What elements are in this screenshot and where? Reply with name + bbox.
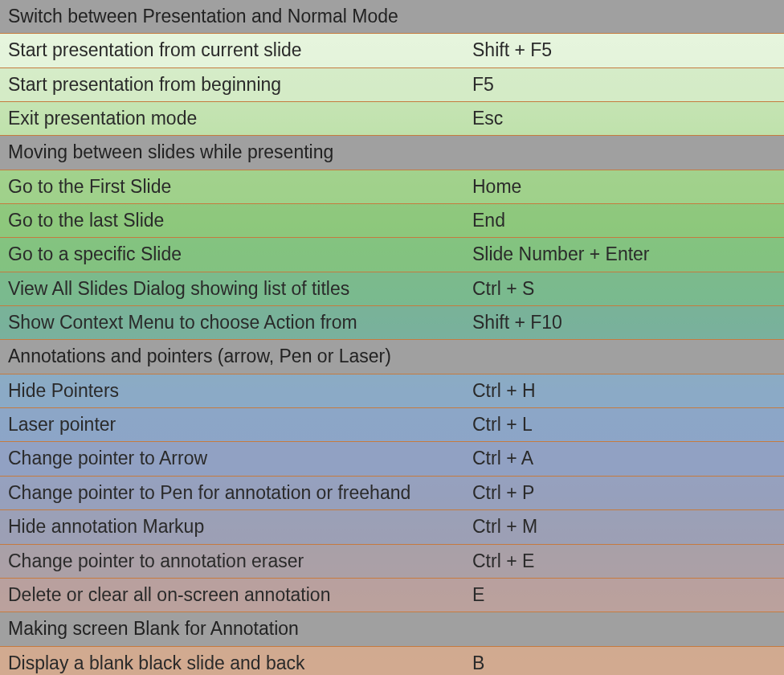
shortcut-key: F5 bbox=[466, 68, 784, 101]
shortcut-desc: Start presentation from beginning bbox=[0, 68, 466, 101]
shortcut-desc: View All Slides Dialog showing list of t… bbox=[0, 272, 466, 305]
shortcut-desc: Go to the First Slide bbox=[0, 170, 466, 203]
shortcut-key: Shift + F5 bbox=[466, 34, 784, 67]
table-row: Hide annotation Markup Ctrl + M bbox=[0, 510, 784, 544]
shortcut-table: Switch between Presentation and Normal M… bbox=[0, 0, 784, 675]
section-title: Switch between Presentation and Normal M… bbox=[0, 0, 466, 33]
shortcut-key: Ctrl + M bbox=[466, 510, 784, 543]
section-title-key bbox=[466, 340, 784, 373]
table-row: Go to the First Slide Home bbox=[0, 170, 784, 204]
section-title-key bbox=[466, 0, 784, 33]
shortcut-desc: Go to a specific Slide bbox=[0, 238, 466, 271]
shortcut-key: Esc bbox=[466, 102, 784, 135]
shortcut-key: Ctrl + S bbox=[466, 272, 784, 305]
table-row: Exit presentation mode Esc bbox=[0, 102, 784, 136]
table-row: Go to the last Slide End bbox=[0, 204, 784, 238]
shortcut-key: E bbox=[466, 579, 784, 612]
shortcut-key: Ctrl + L bbox=[466, 408, 784, 441]
section-header: Switch between Presentation and Normal M… bbox=[0, 0, 784, 34]
section-header: Annotations and pointers (arrow, Pen or … bbox=[0, 340, 784, 374]
shortcut-desc: Show Context Menu to choose Action from bbox=[0, 306, 466, 339]
shortcut-desc: Change pointer to Pen for annotation or … bbox=[0, 477, 466, 509]
table-row: Hide Pointers Ctrl + H bbox=[0, 374, 784, 408]
shortcut-key: Ctrl + E bbox=[466, 545, 784, 578]
shortcut-desc: Exit presentation mode bbox=[0, 102, 466, 135]
section-title: Moving between slides while presenting bbox=[0, 136, 466, 169]
table-row: Show Context Menu to choose Action from … bbox=[0, 306, 784, 340]
shortcut-desc: Change pointer to Arrow bbox=[0, 442, 466, 475]
table-row: Start presentation from beginning F5 bbox=[0, 68, 784, 102]
shortcut-desc: Start presentation from current slide bbox=[0, 34, 466, 67]
shortcut-desc: Hide annotation Markup bbox=[0, 510, 466, 543]
shortcut-key: Home bbox=[466, 170, 784, 203]
shortcut-key: End bbox=[466, 204, 784, 237]
shortcut-desc: Display a blank black slide and back bbox=[0, 647, 466, 675]
shortcut-desc: Change pointer to annotation eraser bbox=[0, 545, 466, 578]
shortcut-key: Ctrl + P bbox=[466, 477, 784, 509]
section-title-key bbox=[466, 612, 784, 645]
shortcut-desc: Go to the last Slide bbox=[0, 204, 466, 237]
section-header: Moving between slides while presenting bbox=[0, 136, 784, 170]
section-title: Making screen Blank for Annotation bbox=[0, 612, 466, 645]
shortcut-key: Slide Number + Enter bbox=[466, 238, 784, 271]
table-row: Start presentation from current slide Sh… bbox=[0, 34, 784, 68]
section-title-key bbox=[466, 136, 784, 169]
table-row: Delete or clear all on-screen annotation… bbox=[0, 579, 784, 612]
section-header: Making screen Blank for Annotation bbox=[0, 612, 784, 646]
table-row: View All Slides Dialog showing list of t… bbox=[0, 272, 784, 306]
table-row: Go to a specific Slide Slide Number + En… bbox=[0, 238, 784, 272]
table-row: Laser pointer Ctrl + L bbox=[0, 408, 784, 442]
section-title: Annotations and pointers (arrow, Pen or … bbox=[0, 340, 466, 373]
shortcut-key: Ctrl + H bbox=[466, 374, 784, 407]
shortcut-key: Ctrl + A bbox=[466, 442, 784, 475]
shortcut-desc: Delete or clear all on-screen annotation bbox=[0, 579, 466, 612]
table-row: Display a blank black slide and back B bbox=[0, 647, 784, 675]
table-row: Change pointer to Pen for annotation or … bbox=[0, 477, 784, 510]
shortcut-key: B bbox=[466, 647, 784, 675]
table-row: Change pointer to Arrow Ctrl + A bbox=[0, 442, 784, 476]
shortcut-desc: Hide Pointers bbox=[0, 374, 466, 407]
table-row: Change pointer to annotation eraser Ctrl… bbox=[0, 545, 784, 579]
shortcut-desc: Laser pointer bbox=[0, 408, 466, 441]
shortcut-key: Shift + F10 bbox=[466, 306, 784, 339]
